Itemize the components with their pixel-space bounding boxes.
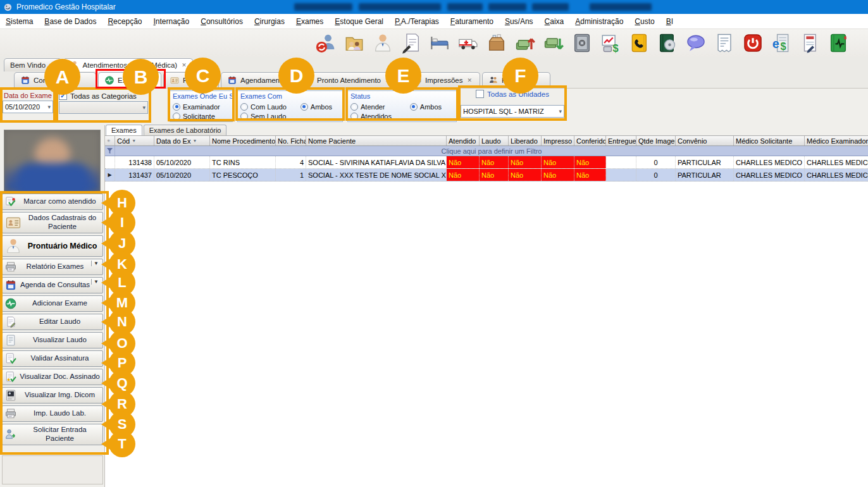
tab-consultas[interactable]: Consultas	[14, 72, 96, 88]
column-header-data-do-ex[interactable]: Data do Ex▼	[154, 136, 210, 145]
sidebar-button-relatorio-exames[interactable]: Relatório Exames▼	[2, 259, 103, 275]
menu-estoque-geral[interactable]: Estoque Geral	[329, 15, 389, 28]
units-checkbox[interactable]: Todas as Unidades	[461, 89, 564, 99]
close-icon[interactable]: ✕	[385, 77, 390, 83]
menu-base-de-dados[interactable]: Base de Dados	[39, 15, 102, 28]
tab-fichario[interactable]: Fichário	[163, 72, 219, 88]
menu-cirurgias[interactable]: Cirurgias	[249, 15, 290, 28]
dropdown-arrow-icon[interactable]: ▼	[91, 279, 101, 285]
contract-icon[interactable]	[798, 32, 821, 54]
patients-folder-icon[interactable]	[343, 32, 366, 54]
sidebar-button-prontuario-medico[interactable]: Prontuário Médico	[2, 235, 103, 257]
money-down-icon[interactable]	[542, 32, 565, 54]
sidebar-button-imp-laudo-lab[interactable]: Imp. Laudo Lab.	[2, 405, 103, 422]
column-header-laudo[interactable]: Laudo	[480, 136, 509, 145]
menu-exames[interactable]: Exames	[290, 15, 329, 28]
menu-p-a-terapias[interactable]: P.A./Terapias	[389, 15, 445, 28]
doctor-icon[interactable]	[371, 32, 394, 54]
column-header-conferido[interactable]: Conferido	[574, 136, 606, 145]
column-header-impresso[interactable]: Impresso	[542, 136, 574, 145]
column-header-no-ficha[interactable]: No. Ficha	[276, 136, 306, 145]
tab-agendamento[interactable]: Agendamento✕	[221, 72, 295, 88]
menu-bi[interactable]: BI	[660, 15, 679, 28]
exam-date-combo[interactable]: 05/10/2020 ▾	[3, 101, 53, 113]
sidebar-button-agenda-de-consultas[interactable]: Agenda de Consultas▼	[2, 277, 103, 293]
tab-bem-vindo[interactable]: Bem Vindo✕	[4, 58, 61, 71]
sidebar-button-visualizar-laudo[interactable]: Visualizar Laudo	[2, 332, 103, 348]
tab-plantoes[interactable]: Plantões	[482, 72, 550, 88]
radio-ambos[interactable]: Ambos	[410, 102, 454, 111]
column-header-nome-paciente[interactable]: Nome Paciente	[306, 136, 447, 145]
grid-tab-exames-de-laboratorio[interactable]: Exames de Laboratório	[144, 125, 227, 135]
radio-ambos[interactable]: Ambos	[301, 102, 340, 111]
close-icon[interactable]: ✕	[50, 62, 55, 68]
menu-custo[interactable]: Custo	[629, 15, 660, 28]
radio-com-laudo[interactable]: Com Laudo	[240, 102, 294, 111]
menu-administracao[interactable]: Administração	[569, 15, 629, 28]
sidebar-button-marcar-como-atendido[interactable]: Marcar como atendido	[2, 194, 103, 210]
sync-users-icon[interactable]	[314, 32, 337, 54]
chat-icon[interactable]	[685, 32, 707, 54]
column-header-cod[interactable]: Cód▼	[115, 136, 154, 145]
units-combo[interactable]: HOSPITAL SQL - MATRIZ ▾	[461, 105, 564, 118]
invoice-icon[interactable]	[713, 32, 736, 54]
column-header-convenio[interactable]: Convênio	[676, 136, 734, 145]
column-header-nome-procedimento[interactable]: Nome Procedimento	[210, 136, 276, 145]
sidebar-button-solicitar-entrada-paciente[interactable]: Solicitar Entrada Paciente	[2, 424, 103, 445]
column-header-medico-examinador[interactable]: Médico Examinador	[805, 136, 868, 145]
radio-atendidos[interactable]: Atendidos	[350, 111, 404, 121]
finance-chart-icon[interactable]: $	[599, 32, 622, 54]
column-header-indicator[interactable]: ✳	[105, 136, 115, 145]
book-cd-icon[interactable]	[656, 32, 679, 54]
menu-sus-ans[interactable]: Sus/Ans	[499, 15, 539, 28]
radio-atender[interactable]: Atender	[350, 102, 404, 111]
hospital-bed-icon[interactable]	[428, 32, 451, 54]
document-sign-icon[interactable]	[400, 32, 423, 54]
table-row[interactable]: 13143805/10/2020TC RINS4SOCIAL - SIVIRIN…	[105, 156, 868, 169]
menu-caixa[interactable]: Caixa	[539, 15, 570, 28]
tab-exames[interactable]: Exames✕	[98, 72, 161, 88]
menu-recepcao[interactable]: Recepção	[102, 15, 147, 28]
categories-combo[interactable]: ▾	[59, 101, 148, 114]
column-header-entregue[interactable]: Entregue	[606, 136, 636, 145]
health-log-icon[interactable]	[827, 32, 850, 54]
ambulance-icon[interactable]	[457, 32, 480, 54]
cell-liberado: Não	[509, 169, 542, 181]
tab-atendimentos-ficha-medica[interactable]: Atendimentos (Ficha Médica)✕	[63, 58, 193, 71]
power-icon[interactable]	[741, 32, 764, 54]
radio-examinador[interactable]: Examinador	[173, 102, 230, 111]
column-header-atendido[interactable]: Atendido	[447, 136, 480, 145]
column-header-qtde-imagens[interactable]: Qtde Imagens	[636, 136, 676, 145]
radio-sem-laudo[interactable]: Sem Laudo	[240, 111, 294, 121]
tab-pronto-atendimento[interactable]: Pronto Atendimento✕	[297, 72, 404, 88]
sidebar-button-dados-cadastrais-do-paciente[interactable]: Dados Cadastrais do Paciente	[2, 212, 103, 233]
dropdown-arrow-icon[interactable]: ▼	[91, 261, 101, 266]
sidebar-button-validar-assinatura[interactable]: Validar Assinatura	[2, 350, 103, 367]
close-icon[interactable]: ✕	[290, 77, 295, 83]
close-icon[interactable]: ✕	[182, 62, 187, 68]
menu-internacao[interactable]: Internação	[147, 15, 195, 28]
radio-solicitante[interactable]: Solicitante	[173, 111, 230, 121]
close-icon[interactable]: ✕	[467, 77, 472, 83]
menu-consultorios[interactable]: Consultórios	[195, 15, 249, 28]
stock-box-icon[interactable]	[485, 32, 508, 54]
column-header-liberado[interactable]: Liberado	[509, 136, 542, 145]
sidebar-button-adicionar-exame[interactable]: Adicionar Exame	[2, 295, 103, 312]
menu-faturamento[interactable]: Faturamento	[445, 15, 499, 28]
tab-impressoes[interactable]: Impressões✕	[406, 72, 480, 88]
grid-filter-row[interactable]: Clique aqui para definir um Filtro	[105, 146, 868, 156]
money-up-icon[interactable]	[514, 32, 536, 54]
safe-icon[interactable]	[571, 32, 593, 54]
close-icon[interactable]: ✕	[149, 77, 154, 83]
menu-sistema[interactable]: Sistema	[0, 15, 39, 28]
header-label: Atendido	[449, 137, 476, 145]
table-row[interactable]: ▶13143705/10/2020TC PESCOÇO1SOCIAL - XXX…	[105, 169, 868, 182]
categories-checkbox[interactable]: ✓ Todas as Categorias	[59, 90, 148, 101]
sidebar-button-visualizar-img-dicom[interactable]: Visualizar Img. Dicom	[2, 387, 103, 404]
invoice-e-icon[interactable]: e$	[770, 32, 793, 54]
phone-book-icon[interactable]	[628, 32, 650, 54]
column-header-medico-solicitante[interactable]: Médico Solicitante	[734, 136, 805, 145]
sidebar-button-editar-laudo[interactable]: Editar Laudo	[2, 314, 103, 330]
grid-tab-exames[interactable]: Exames	[106, 125, 142, 135]
sidebar-button-visualizar-doc-assinado[interactable]: Visualizar Doc. Assinado	[2, 369, 103, 385]
